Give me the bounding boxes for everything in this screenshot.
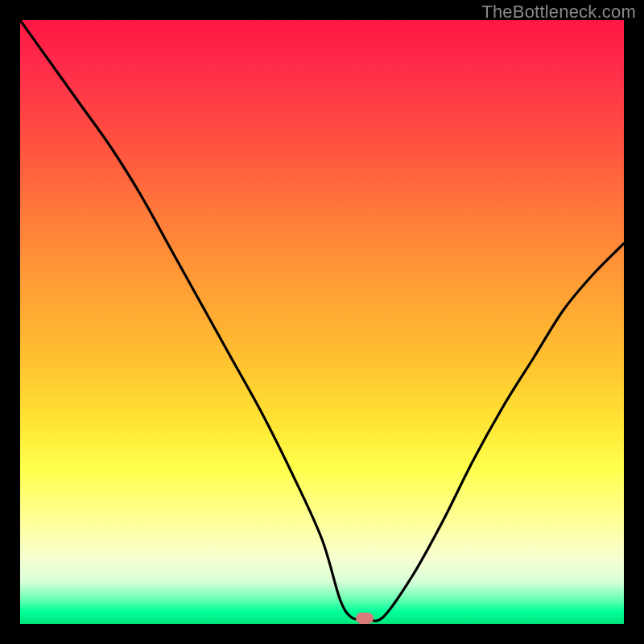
watermark-text: TheBottleneck.com xyxy=(481,2,636,23)
optimal-marker xyxy=(356,613,374,624)
chart-area xyxy=(20,20,624,624)
bottleneck-curve xyxy=(20,20,624,624)
